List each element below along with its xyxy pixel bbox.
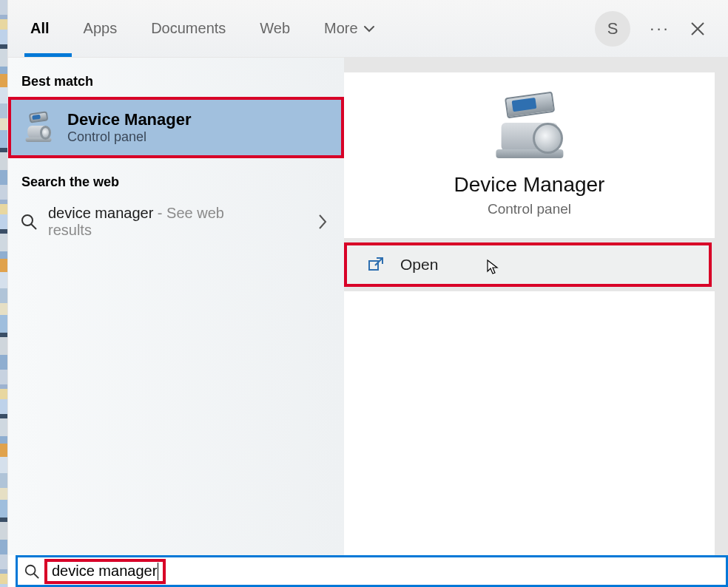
avatar-initial: S xyxy=(607,19,619,38)
tab-all-label: All xyxy=(30,20,50,37)
svg-line-4 xyxy=(34,573,38,577)
tabs-bar: All Apps Documents Web More S ··· xyxy=(8,0,728,58)
cursor-icon xyxy=(486,259,499,275)
svg-rect-2 xyxy=(369,261,378,270)
chevron-down-icon xyxy=(364,24,374,34)
search-icon xyxy=(24,563,40,580)
best-match-label: Best match xyxy=(8,58,344,97)
tab-all[interactable]: All xyxy=(20,0,60,58)
device-manager-icon xyxy=(21,111,55,145)
search-bar[interactable]: device manager xyxy=(16,555,728,587)
desktop-edge xyxy=(0,0,7,587)
svg-line-1 xyxy=(31,224,36,229)
open-label: Open xyxy=(400,256,438,274)
header-right: S ··· xyxy=(595,0,719,58)
search-window: All Apps Documents Web More S ··· Best m… xyxy=(7,0,728,587)
detail-header: Device Manager Control panel xyxy=(344,72,715,238)
best-match-subtitle: Control panel xyxy=(67,129,192,145)
tab-more[interactable]: More xyxy=(314,0,385,58)
tab-documents[interactable]: Documents xyxy=(141,0,236,58)
best-match-result[interactable]: Device Manager Control panel xyxy=(8,97,344,158)
search-input[interactable]: device manager xyxy=(44,559,166,584)
device-manager-icon xyxy=(485,90,574,164)
detail-title: Device Manager xyxy=(344,173,715,197)
chevron-right-icon xyxy=(317,214,328,230)
tab-web[interactable]: Web xyxy=(249,0,300,58)
search-web-label: Search the web xyxy=(8,158,344,197)
active-tab-underline xyxy=(24,53,72,57)
best-match-title: Device Manager xyxy=(67,110,192,129)
tab-apps-label: Apps xyxy=(84,20,118,37)
svg-point-3 xyxy=(26,565,36,574)
open-icon xyxy=(368,257,384,273)
tab-more-label: More xyxy=(324,20,358,37)
web-result-query: device manager xyxy=(48,205,153,221)
search-input-value: device manager xyxy=(52,563,157,580)
detail-pane: Device Manager Control panel Open xyxy=(344,58,728,555)
more-options-button[interactable]: ··· xyxy=(647,19,673,38)
svg-point-0 xyxy=(22,215,33,225)
web-result[interactable]: device manager - See web results xyxy=(8,197,344,246)
close-icon[interactable] xyxy=(690,21,719,37)
text-caret xyxy=(158,563,158,580)
content-area: Best match Device Manager Control panel … xyxy=(8,58,728,555)
tab-apps[interactable]: Apps xyxy=(73,0,128,58)
tab-web-label: Web xyxy=(260,20,290,37)
detail-body xyxy=(344,291,715,555)
avatar[interactable]: S xyxy=(595,11,630,47)
results-pane: Best match Device Manager Control panel … xyxy=(8,58,344,555)
open-action[interactable]: Open xyxy=(344,242,712,287)
detail-subtitle: Control panel xyxy=(344,201,715,217)
search-icon xyxy=(20,213,38,231)
tab-documents-label: Documents xyxy=(151,20,226,37)
